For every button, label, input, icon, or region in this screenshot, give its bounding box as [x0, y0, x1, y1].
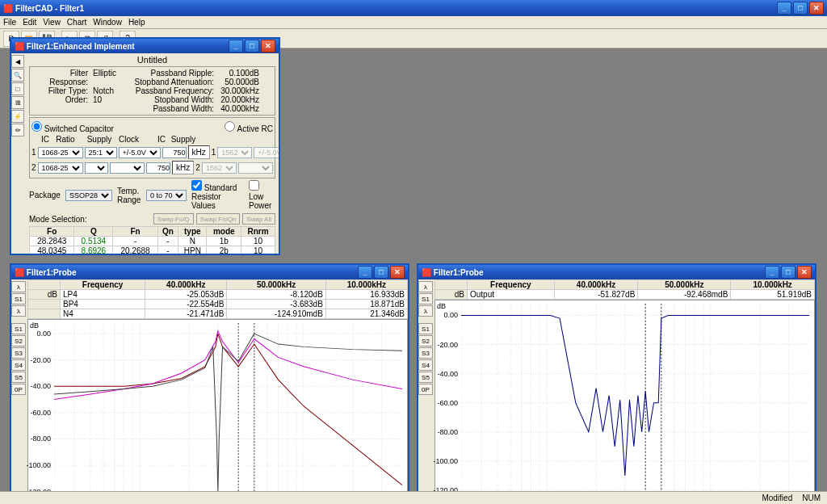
impl-side-toolbar: ◀ 🔍 □ ⊞ ⚡ ✏ [11, 53, 26, 254]
p2-min[interactable]: _ [765, 266, 779, 279]
p2-max[interactable]: □ [781, 266, 796, 279]
select-button[interactable]: □ [11, 82, 24, 95]
clock2-input[interactable] [146, 162, 170, 174]
mode-sel-label: Mode Selection: [29, 215, 87, 224]
ic1-select[interactable]: 1068-25 [38, 147, 83, 158]
p1-c[interactable]: λ [11, 305, 26, 317]
pkg-select[interactable]: SSOP28 [65, 190, 112, 201]
p2-f[interactable]: S3 [418, 347, 433, 359]
probe1-window: 🟥 Filter1:Probe _ □ ✕ λ S1 λ S1 S2 S3 S4… [10, 263, 409, 504]
back-button[interactable]: ◀ [11, 55, 24, 68]
app-title: FilterCAD - Filter1 [15, 4, 84, 13]
p1-a[interactable]: λ [11, 281, 26, 292]
p2-d[interactable]: S1 [418, 323, 433, 334]
probe1-title: Filter1:Probe [27, 268, 77, 277]
maximize-button[interactable]: □ [793, 2, 808, 15]
p2-e[interactable]: S2 [418, 335, 433, 346]
p1-min[interactable]: _ [358, 266, 372, 279]
impl-min[interactable]: _ [229, 40, 243, 52]
lbl-pfreq: Passband Frequency: [133, 86, 214, 95]
lbl-ripple: Passband Ripple: [133, 69, 214, 78]
val-response: Elliptic [93, 69, 125, 86]
p1-e[interactable]: S2 [11, 335, 26, 346]
impl-close[interactable]: ✕ [261, 40, 275, 52]
zoom-button[interactable]: 🔍 [11, 69, 24, 82]
arrow-button[interactable]: ✏ [11, 124, 24, 136]
p2-chart[interactable]: dB 0.00-20.00-40.00-60.00-80.00-100.00-1… [434, 300, 815, 504]
val-swidth: 20.000kHz [219, 95, 259, 104]
p1-side-toolbar: λ S1 λ S1 S2 S3 S4 S5 0P [11, 279, 27, 504]
status-modified: Modified [762, 494, 792, 502]
p1-d[interactable]: S1 [11, 323, 26, 334]
ic2r-select: 1562 [202, 162, 237, 174]
ratio2-select[interactable] [85, 162, 108, 174]
val-ripple: 0.100dB [219, 69, 259, 78]
ic2-select[interactable]: 1068-25 [38, 162, 83, 174]
sup1r-select: +/-5.0V [254, 147, 279, 158]
implement-title: Filter1:Enhanced Implement [27, 42, 135, 51]
p1-f[interactable]: S3 [11, 347, 26, 359]
probe2-title: Filter1:Probe [434, 268, 484, 277]
close-button[interactable]: ✕ [809, 2, 824, 15]
swap-all[interactable]: Swap All [242, 213, 275, 225]
p2-h[interactable]: S5 [418, 372, 433, 383]
p1-op[interactable]: 0P [11, 384, 26, 395]
p2-c[interactable]: λ [418, 305, 433, 317]
p2-a[interactable]: λ [418, 281, 433, 292]
swap-fnqn[interactable]: Swap Fn/Qn [196, 213, 240, 225]
probe2-titlebar[interactable]: 🟥 Filter1:Probe _ □ ✕ [418, 265, 815, 279]
status-num: NUM [802, 494, 821, 502]
lbl-pwidth: Passband Width: [133, 104, 214, 113]
app-titlebar: 🟥 FilterCAD - Filter1 _ □ ✕ [0, 0, 827, 16]
lbl-type: Filter Type: [31, 86, 88, 95]
p1-h[interactable]: S5 [11, 372, 26, 383]
lbl-response: Filter Response: [31, 69, 88, 86]
p1-table: Frequency40.000kHz50.000kHz10.000kHz dBL… [27, 279, 408, 319]
val-order: 10 [93, 95, 125, 104]
swap-foq[interactable]: Swap Fo/Q [153, 213, 194, 225]
mdi-area: 🟥 Filter1:Enhanced Implement _ □ ✕ ◀ 🔍 □… [0, 48, 827, 491]
p2-op[interactable]: 0P [418, 384, 433, 395]
radio-switched[interactable]: Switched Capacitor [31, 121, 114, 133]
menu-file[interactable]: File [3, 18, 16, 27]
menu-window[interactable]: Window [93, 18, 122, 27]
supply2-select[interactable] [110, 162, 145, 174]
sup2r-select [238, 162, 273, 174]
menu-view[interactable]: View [43, 18, 61, 27]
trange-select[interactable]: 0 to 70 [146, 190, 187, 201]
srv-check[interactable]: Standard Resistor Values [191, 180, 244, 210]
p2-g[interactable]: S4 [418, 359, 433, 371]
p1-close[interactable]: ✕ [390, 266, 405, 279]
val-type: Notch [93, 86, 125, 95]
p1-max[interactable]: □ [374, 266, 388, 279]
menu-edit[interactable]: Edit [23, 18, 36, 27]
p2-b[interactable]: S1 [418, 293, 433, 304]
implement-window: 🟥 Filter1:Enhanced Implement _ □ ✕ ◀ 🔍 □… [10, 37, 280, 255]
schem-button[interactable]: ⚡ [11, 110, 24, 123]
val-pfreq: 30.000kHz [219, 86, 259, 95]
clock1-input[interactable] [162, 147, 187, 158]
probe2-window: 🟥 Filter1:Probe _ □ ✕ λ S1 λ S1 S2 S3 S4… [417, 263, 817, 504]
doc-name: Untitled [29, 55, 275, 65]
ratio1-select[interactable]: 25:1 [85, 147, 117, 158]
stage-table: FoQFnQntypemodeRnrm 28.28430.5134--N1b10… [29, 226, 275, 254]
menu-help[interactable]: Help [128, 18, 145, 27]
lowpower-check[interactable]: Low Power [249, 180, 275, 210]
lbl-atten: Stopband Attenuation: [133, 78, 214, 86]
lbl-order: Order: [31, 95, 88, 104]
radio-active[interactable]: Active RC [225, 121, 273, 133]
p1-chart[interactable]: dB 0.00-20.00-40.00-60.00-80.00-100.00-1… [27, 319, 408, 504]
menu-chart[interactable]: Chart [67, 18, 86, 27]
implement-titlebar[interactable]: 🟥 Filter1:Enhanced Implement _ □ ✕ [11, 39, 279, 53]
p2-close[interactable]: ✕ [797, 266, 812, 279]
p1-b[interactable]: S1 [11, 293, 26, 304]
p1-g[interactable]: S4 [11, 359, 26, 371]
part-button[interactable]: ⊞ [11, 96, 24, 109]
probe1-titlebar[interactable]: 🟥 Filter1:Probe _ □ ✕ [11, 265, 408, 279]
minimize-button[interactable]: _ [777, 2, 791, 15]
statusbar: Modified NUM [0, 491, 827, 504]
impl-max[interactable]: □ [245, 40, 259, 52]
supply1-select[interactable]: +/-5.0V [119, 147, 161, 158]
unit2: kHz [172, 161, 194, 174]
menubar: File Edit View Chart Window Help [0, 16, 827, 29]
